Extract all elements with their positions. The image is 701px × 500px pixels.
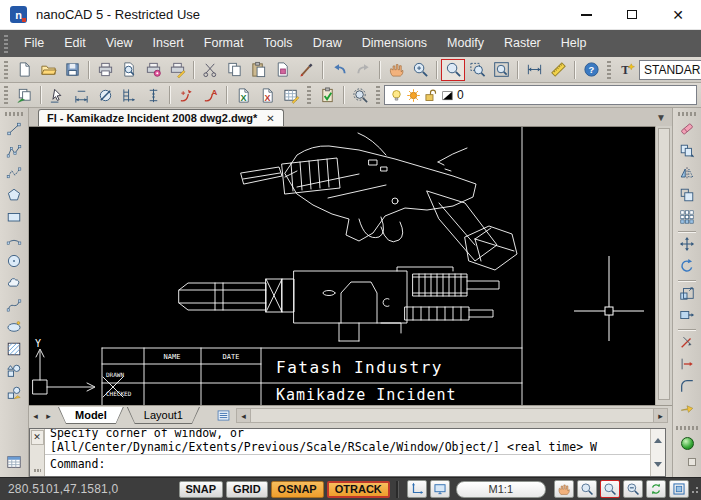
layer-unlock-icon[interactable]: [423, 88, 438, 103]
scale-display[interactable]: M1:1: [456, 481, 546, 498]
copy-object-button[interactable]: [675, 141, 699, 161]
document-tab[interactable]: Fl - Kamikadze Incident 2008 dwg2.dwg* ✕: [38, 109, 284, 126]
copy-button[interactable]: [222, 59, 246, 81]
fillet-button[interactable]: [675, 376, 699, 396]
layer-thaw-icon[interactable]: [406, 88, 421, 103]
extend-button[interactable]: [675, 354, 699, 374]
menu-modify[interactable]: Modify: [437, 30, 494, 57]
layer-on-icon[interactable]: [389, 88, 404, 103]
redo-button[interactable]: [351, 59, 375, 81]
hatch-button[interactable]: [2, 339, 26, 359]
leader-text-button[interactable]: [198, 84, 222, 106]
status-zoom-out-button[interactable]: [623, 480, 643, 498]
page-setup-button[interactable]: [165, 59, 189, 81]
dim-linear-button[interactable]: [69, 84, 93, 106]
menu-file[interactable]: File: [14, 30, 54, 57]
text-style-button[interactable]: [615, 59, 639, 81]
zoom-realtime-button[interactable]: [408, 59, 432, 81]
circle-button[interactable]: [2, 251, 26, 271]
tab-list-dropdown-button[interactable]: ▼: [656, 112, 666, 123]
notes-button[interactable]: [2, 452, 26, 472]
vertical-scrollbar[interactable]: [655, 126, 672, 405]
polygon-button[interactable]: [2, 185, 26, 205]
tab-model[interactable]: Model: [58, 407, 124, 424]
block-insert-button[interactable]: [2, 361, 26, 381]
scroll-left-button[interactable]: ◂: [237, 409, 250, 422]
scale-button[interactable]: [675, 283, 699, 303]
tab-close-icon[interactable]: ✕: [266, 113, 274, 124]
tab-scroll-left-button[interactable]: ◂: [29, 408, 42, 423]
ellipse-button[interactable]: [2, 317, 26, 337]
tab-scroll-right-button[interactable]: ▸: [42, 408, 55, 423]
settings-search-button[interactable]: [348, 84, 372, 106]
offset-button[interactable]: [675, 185, 699, 205]
menu-tools[interactable]: Tools: [253, 30, 302, 57]
menu-insert[interactable]: Insert: [143, 30, 194, 57]
layers-combobox[interactable]: 0: [384, 85, 697, 105]
stretch-button[interactable]: [675, 305, 699, 325]
scroll-right-button[interactable]: ▸: [654, 409, 667, 422]
block-create-button[interactable]: [2, 383, 26, 403]
paste-special-button[interactable]: [270, 59, 294, 81]
array-button[interactable]: [675, 207, 699, 227]
distance-button[interactable]: [522, 59, 546, 81]
table-export-button[interactable]: [231, 84, 255, 106]
menu-help[interactable]: Help: [551, 30, 597, 57]
status-regen-button[interactable]: [646, 480, 666, 498]
move-button[interactable]: [675, 234, 699, 254]
undo-button[interactable]: [327, 59, 351, 81]
mirror-button[interactable]: [675, 163, 699, 183]
pan-button[interactable]: [384, 59, 408, 81]
drawing-canvas[interactable]: NAME DATE DRAWN CHECKED Fatash Industry …: [29, 126, 655, 405]
cut-button[interactable]: [198, 59, 222, 81]
menu-raster[interactable]: Raster: [494, 30, 551, 57]
layer-color-icon[interactable]: [440, 88, 455, 103]
dim-vertical-button[interactable]: [141, 84, 165, 106]
menu-format[interactable]: Format: [194, 30, 254, 57]
command-scroll-up-button[interactable]: [651, 429, 665, 453]
resize-grip[interactable]: [689, 484, 698, 494]
horizontal-scroll-thumb[interactable]: [250, 409, 654, 422]
command-close-icon[interactable]: ✕: [31, 430, 44, 445]
leader-button[interactable]: [174, 84, 198, 106]
arc-button[interactable]: [2, 229, 26, 249]
command-input[interactable]: Command:: [45, 455, 650, 474]
table-edit-button[interactable]: [279, 84, 303, 106]
vertical-scroll-thumb[interactable]: [658, 128, 670, 400]
horizontal-scrollbar[interactable]: ◂ ▸: [236, 408, 668, 423]
grid-toggle[interactable]: GRID: [226, 481, 268, 498]
format-painter-button[interactable]: [294, 59, 318, 81]
new-button[interactable]: [12, 59, 36, 81]
cloud-button[interactable]: [2, 273, 26, 293]
polyline-button[interactable]: [2, 141, 26, 161]
minimize-button[interactable]: [563, 0, 609, 30]
menu-draw[interactable]: Draw: [303, 30, 352, 57]
otrack-toggle[interactable]: OTRACK: [327, 481, 390, 498]
rotate-button[interactable]: [675, 256, 699, 276]
command-text-area[interactable]: Specify corner of window, or [All/Center…: [45, 429, 650, 476]
plot-settings-button[interactable]: [141, 59, 165, 81]
save-button[interactable]: [60, 59, 84, 81]
erase-button[interactable]: [675, 119, 699, 139]
status-zoom-window-button[interactable]: [600, 480, 620, 498]
osnap-toggle[interactable]: OSNAP: [271, 481, 324, 498]
rectangle-button[interactable]: [2, 207, 26, 227]
line-button[interactable]: [2, 119, 26, 139]
dim-pick-button[interactable]: [45, 84, 69, 106]
trim-button[interactable]: [675, 332, 699, 352]
menu-view[interactable]: View: [96, 30, 143, 57]
print-button[interactable]: [93, 59, 117, 81]
status-zoom-extents-button[interactable]: [669, 480, 689, 498]
menu-dimensions[interactable]: Dimensions: [352, 30, 437, 57]
dim-suppress-button[interactable]: [93, 84, 117, 106]
tab-layout1[interactable]: Layout1: [127, 407, 200, 424]
open-button[interactable]: [36, 59, 60, 81]
zoom-dynamic-button[interactable]: [465, 59, 489, 81]
explode-button[interactable]: [675, 398, 699, 418]
close-button[interactable]: ✕: [655, 0, 701, 30]
snap-toggle[interactable]: SNAP: [179, 481, 224, 498]
status-pan-button[interactable]: [554, 480, 574, 498]
menu-edit[interactable]: Edit: [54, 30, 96, 57]
maximize-button[interactable]: [609, 0, 655, 30]
print-preview-button[interactable]: [117, 59, 141, 81]
